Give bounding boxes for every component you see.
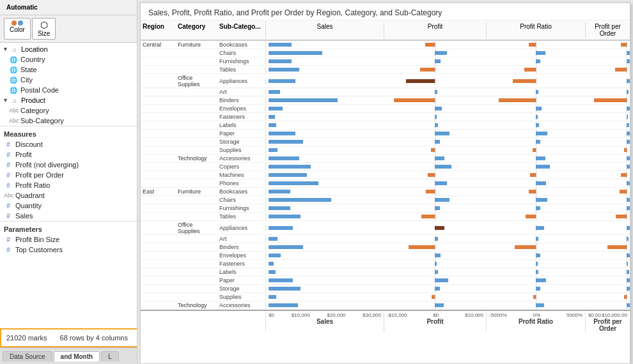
- cell-charts: [265, 50, 630, 56]
- quadrant-label: Quadrant: [15, 192, 45, 199]
- table-row: Labels: [141, 121, 630, 130]
- cell-charts: [265, 213, 630, 220]
- top-customers-label: Top Customers: [15, 246, 63, 254]
- cell-region: [141, 235, 176, 236]
- cell-region: Central: [141, 41, 176, 48]
- size-button[interactable]: ⬡ Size: [32, 18, 56, 40]
- field-subcategory[interactable]: Abc Sub-Category: [5, 116, 137, 126]
- cell-category: [176, 235, 217, 236]
- state-label: State: [20, 66, 37, 73]
- table-row: CentralFurnitureBookcases: [141, 41, 630, 49]
- cell-region: [141, 146, 176, 147]
- cell-region: [141, 301, 176, 302]
- cell-charts: [265, 122, 630, 128]
- cell-region: [141, 268, 176, 269]
- cell-charts: [265, 197, 630, 203]
- cell-region: [141, 213, 176, 213]
- header-region: Region: [141, 22, 176, 38]
- table-row: Copiers: [141, 163, 630, 171]
- cell-subcategory: Paper: [217, 130, 265, 137]
- field-profit-ratio[interactable]: # Profit Ratio: [0, 180, 137, 190]
- table-row: Tables: [141, 66, 630, 74]
- table-row: Art: [141, 235, 630, 243]
- cell-region: [141, 260, 176, 261]
- cell-category: [176, 57, 217, 58]
- discount-label: Discount: [15, 140, 43, 148]
- field-quantity[interactable]: # Quantity: [0, 201, 137, 211]
- cell-charts: [265, 105, 630, 112]
- tab-datasource[interactable]: Data Source: [3, 351, 52, 361]
- table-row: Storage: [141, 138, 630, 146]
- ratio-axis-title: Profit Ratio: [489, 318, 582, 325]
- cell-subcategory: Furnishings: [217, 205, 265, 211]
- field-postal[interactable]: 🌐 Postal Code: [5, 85, 137, 95]
- field-quadrant[interactable]: Abc Quadrant: [0, 190, 137, 201]
- postal-label: Postal Code: [20, 86, 59, 94]
- profit-label: Profit: [15, 151, 32, 158]
- cell-subcategory: Labels: [217, 269, 265, 275]
- cell-category: [176, 163, 217, 163]
- table-row: Fasteners: [141, 113, 630, 121]
- cell-category: [176, 113, 217, 114]
- category-label: Category: [20, 107, 49, 114]
- field-category[interactable]: Abc Category: [5, 105, 137, 116]
- cell-category: [176, 138, 217, 139]
- cell-charts: [265, 285, 630, 292]
- field-profit[interactable]: # Profit: [0, 149, 137, 160]
- table-row: Tables: [141, 213, 630, 221]
- tab-l[interactable]: L: [101, 351, 119, 361]
- cell-region: [141, 221, 176, 222]
- field-state[interactable]: 🌐 State: [5, 64, 137, 75]
- cell-subcategory: Tables: [217, 66, 265, 73]
- fields-panel: ▼ ⌂ Location 🌐 Country 🌐 State 🌐 City: [0, 43, 137, 327]
- cell-region: [141, 243, 176, 244]
- cell-region: [141, 105, 176, 105]
- table-row: Paper: [141, 277, 630, 285]
- cell-category: [176, 88, 217, 89]
- cell-charts: [265, 147, 630, 153]
- tab-month[interactable]: and Month: [54, 351, 100, 361]
- field-sales[interactable]: # Sales: [0, 211, 137, 221]
- profit-nd-label: Profit (not diverging): [15, 161, 79, 169]
- cell-category: [176, 49, 217, 50]
- header-profit: Profit: [384, 22, 486, 38]
- country-label: Country: [20, 56, 45, 63]
- cell-charts: [265, 58, 630, 64]
- cell-subcategory: Chairs: [217, 197, 265, 203]
- table-row: Labels: [141, 268, 630, 277]
- cell-category: [176, 252, 217, 252]
- table-row: Chairs: [141, 49, 630, 57]
- cell-charts: [265, 302, 630, 308]
- cell-subcategory: Machines: [217, 172, 265, 178]
- header-subcategory: Sub-Catego...: [217, 22, 265, 38]
- cell-subcategory: Envelopes: [217, 105, 265, 112]
- cell-subcategory: Labels: [217, 122, 265, 128]
- location-group-header[interactable]: ▼ ⌂ Location: [0, 44, 137, 54]
- profit-ratio-label: Profit Ratio: [15, 181, 50, 189]
- sales-ticks: $0$10,000$20,000$30,000: [269, 312, 381, 318]
- cell-charts: [265, 130, 630, 137]
- chart-content: Region Category Sub-Catego... Sales Prof…: [141, 20, 630, 363]
- table-row: Furnishings: [141, 204, 630, 213]
- cell-category: [176, 285, 217, 285]
- cell-category: [176, 171, 217, 172]
- cell-region: [141, 66, 176, 66]
- table-row: Machines: [141, 171, 630, 179]
- cell-category: [176, 213, 217, 213]
- field-country[interactable]: 🌐 Country: [5, 54, 137, 64]
- cell-region: [141, 171, 176, 172]
- cell-subcategory: Supplies: [217, 147, 265, 153]
- field-discount[interactable]: # Discount: [0, 139, 137, 149]
- cell-charts: [265, 78, 630, 84]
- field-profit-per-order[interactable]: # Profit per Order: [0, 170, 137, 180]
- table-row: TechnologyAccessories: [141, 301, 630, 310]
- field-city[interactable]: 🌐 City: [5, 75, 137, 85]
- product-group-header[interactable]: ▼ ⌂ Product: [0, 95, 137, 105]
- table-row: Office SuppliesAppliances: [141, 74, 630, 88]
- cell-category: [176, 268, 217, 269]
- field-profit-bin[interactable]: # Profit Bin Size: [0, 234, 137, 245]
- field-profit-not-diverging[interactable]: # Profit (not diverging): [0, 160, 137, 170]
- color-button[interactable]: Color: [4, 18, 31, 40]
- field-top-customers[interactable]: # Top Customers: [0, 245, 137, 255]
- cell-subcategory: Bookcases: [217, 188, 265, 195]
